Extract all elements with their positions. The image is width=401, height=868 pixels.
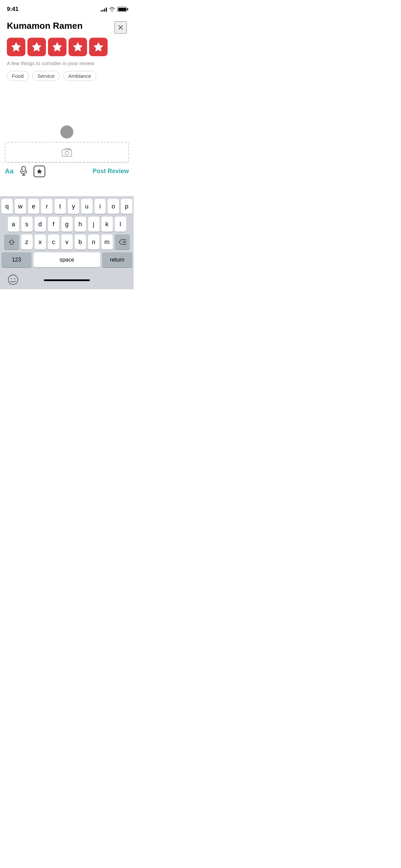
return-key[interactable]: return	[102, 252, 132, 267]
svg-rect-2	[22, 166, 25, 172]
emoji-button[interactable]	[6, 273, 20, 287]
close-button[interactable]	[114, 21, 127, 34]
status-time: 9:41	[7, 6, 19, 13]
keyboard-row-2: a s d f g h j k l	[1, 217, 132, 232]
key-i[interactable]: i	[95, 199, 106, 214]
key-c[interactable]: c	[48, 234, 59, 250]
suggestion-text: A few things to consider in your review	[7, 60, 127, 66]
space-key[interactable]: space	[34, 252, 100, 267]
key-p[interactable]: p	[121, 199, 132, 214]
star-rating[interactable]	[7, 38, 127, 56]
wifi-icon	[109, 7, 115, 12]
key-o[interactable]: o	[108, 199, 119, 214]
shift-key[interactable]	[4, 234, 19, 250]
keyboard-area: q w e r t y u i o p a s d f g h j k l z …	[0, 196, 134, 289]
keyboard-row-3: z x c v b n m	[1, 234, 132, 250]
key-x[interactable]: x	[35, 234, 46, 250]
camera-plus-icon	[61, 147, 72, 157]
key-f[interactable]: f	[48, 217, 59, 232]
shift-icon	[9, 239, 15, 245]
microphone-icon	[20, 166, 27, 176]
close-icon	[117, 24, 124, 31]
key-q[interactable]: q	[1, 199, 13, 214]
svg-point-6	[11, 278, 12, 279]
post-review-button[interactable]: Post Review	[93, 168, 129, 175]
header-row: Kumamon Ramen	[7, 21, 127, 34]
star-4[interactable]	[69, 38, 87, 56]
battery-icon	[117, 7, 127, 12]
key-k[interactable]: k	[101, 217, 113, 232]
tag-food[interactable]: Food	[7, 71, 29, 81]
key-y[interactable]: y	[68, 199, 79, 214]
svg-rect-0	[62, 150, 72, 156]
font-size-button[interactable]: Aa	[5, 167, 14, 175]
key-m[interactable]: m	[101, 234, 113, 250]
star-2[interactable]	[27, 38, 46, 56]
svg-point-1	[65, 152, 69, 155]
key-s[interactable]: s	[21, 217, 33, 232]
tags-row: Food Service Ambiance	[7, 71, 127, 81]
tag-service[interactable]: Service	[32, 71, 60, 81]
key-r[interactable]: r	[41, 199, 52, 214]
svg-point-7	[14, 278, 15, 279]
star-icon	[36, 168, 42, 174]
home-indicator	[44, 279, 90, 281]
star-3[interactable]	[48, 38, 66, 56]
star-1[interactable]	[7, 38, 25, 56]
keyboard-row-1: q w e r t y u i o p	[1, 199, 132, 214]
keyboard-row-4: 123 space return	[1, 252, 132, 267]
key-z[interactable]: z	[21, 234, 33, 250]
key-h[interactable]: h	[75, 217, 86, 232]
key-u[interactable]: u	[81, 199, 93, 214]
svg-point-5	[8, 275, 18, 285]
keyboard-bottom	[1, 270, 132, 288]
status-icons	[101, 7, 127, 12]
photo-upload-area[interactable]	[5, 142, 129, 162]
yelp-star-button[interactable]	[34, 166, 45, 177]
toolbar-left: Aa	[5, 166, 93, 177]
key-e[interactable]: e	[28, 199, 39, 214]
key-n[interactable]: n	[88, 234, 99, 250]
key-l[interactable]: l	[115, 217, 126, 232]
key-w[interactable]: w	[15, 199, 26, 214]
status-bar: 9:41	[0, 0, 134, 16]
key-j[interactable]: j	[88, 217, 99, 232]
tag-ambiance[interactable]: Ambiance	[63, 71, 96, 81]
numbers-key[interactable]: 123	[1, 252, 32, 267]
microphone-button[interactable]	[20, 166, 27, 177]
backspace-icon	[119, 239, 126, 245]
key-g[interactable]: g	[61, 217, 73, 232]
key-d[interactable]: d	[35, 217, 46, 232]
key-v[interactable]: v	[61, 234, 73, 250]
key-b[interactable]: b	[75, 234, 86, 250]
key-t[interactable]: t	[54, 199, 66, 214]
drag-handle[interactable]	[60, 125, 73, 138]
star-5[interactable]	[89, 38, 108, 56]
emoji-icon	[8, 274, 19, 285]
key-a[interactable]: a	[8, 217, 19, 232]
signal-icon	[101, 7, 107, 12]
keyboard-toolbar: Aa Post Review	[0, 162, 134, 180]
backspace-key[interactable]	[115, 234, 130, 250]
restaurant-name: Kumamon Ramen	[7, 21, 83, 31]
